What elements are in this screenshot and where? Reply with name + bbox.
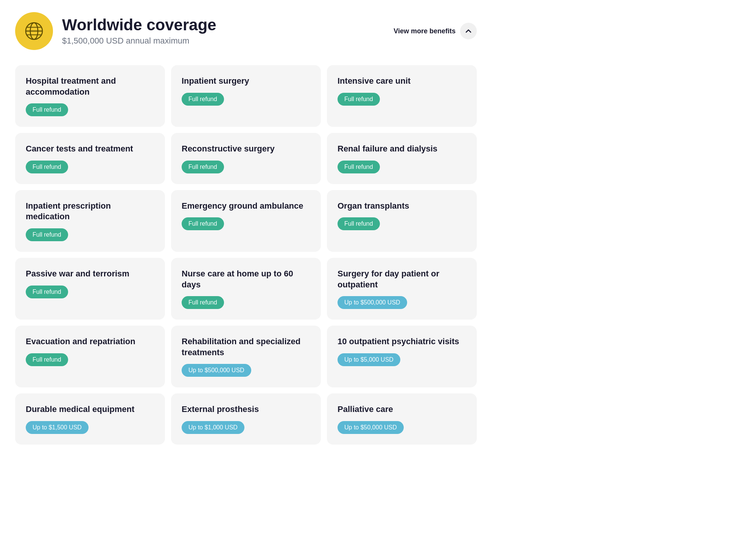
chevron-up-button[interactable] (460, 23, 477, 39)
benefit-card: External prosthesisUp to $1,000 USD (171, 393, 321, 445)
benefit-card: Reconstructive surgeryFull refund (171, 133, 321, 184)
card-badge: Up to $5,000 USD (338, 353, 400, 366)
card-title: Evacuation and repatriation (26, 336, 154, 347)
card-badge: Full refund (182, 93, 224, 106)
benefit-card: Hospital treatment and accommodationFull… (15, 65, 165, 127)
card-badge: Up to $500,000 USD (182, 364, 251, 377)
card-badge: Full refund (26, 228, 68, 241)
card-badge: Full refund (26, 161, 68, 173)
card-title: Reconstructive surgery (182, 144, 310, 154)
card-title: Renal failure and dialysis (338, 144, 466, 154)
benefit-card: 10 outpatient psychiatric visitsUp to $5… (327, 326, 477, 387)
card-title: Inpatient prescription medication (26, 201, 154, 222)
header-text: Worldwide coverage $1,500,000 USD annual… (62, 16, 216, 46)
card-title: Nurse care at home up to 60 days (182, 268, 310, 290)
card-badge: Up to $50,000 USD (338, 421, 404, 434)
card-title: Intensive care unit (338, 76, 466, 87)
chevron-up-icon (465, 27, 472, 35)
card-badge: Up to $500,000 USD (338, 296, 407, 309)
view-more-button[interactable]: View more benefits (394, 27, 456, 35)
card-title: Inpatient surgery (182, 76, 310, 87)
benefit-card: Nurse care at home up to 60 daysFull ref… (171, 258, 321, 320)
benefit-card: Rehabilitation and specialized treatment… (171, 326, 321, 387)
card-badge: Full refund (26, 353, 68, 366)
benefit-card: Palliative careUp to $50,000 USD (327, 393, 477, 445)
header-right: View more benefits (394, 23, 477, 39)
card-badge: Full refund (338, 217, 380, 230)
benefit-card: Inpatient prescription medicationFull re… (15, 190, 165, 252)
card-badge: Full refund (182, 296, 224, 309)
benefit-card: Inpatient surgeryFull refund (171, 65, 321, 127)
card-title: Emergency ground ambulance (182, 201, 310, 212)
page-title: Worldwide coverage (62, 16, 216, 34)
benefit-card: Durable medical equipmentUp to $1,500 US… (15, 393, 165, 445)
card-badge: Full refund (182, 217, 224, 230)
benefits-grid: Hospital treatment and accommodationFull… (15, 65, 477, 445)
card-badge: Up to $1,500 USD (26, 421, 89, 434)
card-badge: Full refund (338, 93, 380, 106)
card-title: Cancer tests and treatment (26, 144, 154, 154)
card-title: Hospital treatment and accommodation (26, 76, 154, 97)
card-title: External prosthesis (182, 404, 310, 415)
benefit-card: Evacuation and repatriationFull refund (15, 326, 165, 387)
benefit-card: Surgery for day patient or outpatientUp … (327, 258, 477, 320)
globe-icon-wrapper (15, 12, 53, 50)
card-badge: Full refund (26, 286, 68, 298)
benefit-card: Cancer tests and treatmentFull refund (15, 133, 165, 184)
benefit-card: Emergency ground ambulanceFull refund (171, 190, 321, 252)
globe-icon (24, 21, 44, 41)
card-badge: Full refund (338, 161, 380, 173)
header-left: Worldwide coverage $1,500,000 USD annual… (15, 12, 216, 50)
card-title: Rehabilitation and specialized treatment… (182, 336, 310, 358)
card-title: Organ transplants (338, 201, 466, 212)
benefit-card: Intensive care unitFull refund (327, 65, 477, 127)
card-title: Passive war and terrorism (26, 268, 154, 279)
card-title: 10 outpatient psychiatric visits (338, 336, 466, 347)
card-title: Durable medical equipment (26, 404, 154, 415)
card-badge: Full refund (182, 161, 224, 173)
benefit-card: Renal failure and dialysisFull refund (327, 133, 477, 184)
page-subtitle: $1,500,000 USD annual maximum (62, 36, 216, 46)
card-title: Surgery for day patient or outpatient (338, 268, 466, 290)
benefit-card: Passive war and terrorismFull refund (15, 258, 165, 320)
card-title: Palliative care (338, 404, 466, 415)
benefit-card: Organ transplantsFull refund (327, 190, 477, 252)
card-badge: Full refund (26, 103, 68, 116)
card-badge: Up to $1,000 USD (182, 421, 244, 434)
page-header: Worldwide coverage $1,500,000 USD annual… (15, 12, 477, 50)
